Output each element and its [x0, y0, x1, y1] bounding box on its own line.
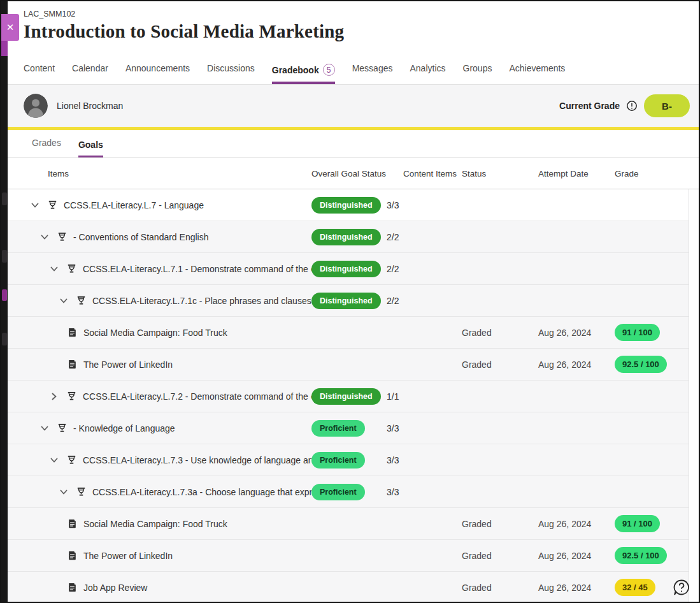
col-header-status: Status: [462, 169, 538, 178]
tab-content[interactable]: Content: [24, 63, 55, 84]
course-id: LAC_SMM102: [8, 1, 700, 18]
expand-chevron-icon[interactable]: [39, 232, 50, 242]
content-item-row[interactable]: Social Media Campaign: Food Truck Graded…: [8, 508, 689, 540]
grade-pill: 92.5 / 100: [615, 356, 667, 373]
tab-gradebook[interactable]: Gradebook 5: [272, 64, 335, 84]
content-item-name: Job App Review: [83, 583, 147, 593]
close-tab-extension: [1, 41, 8, 56]
goal-row[interactable]: CCSS.ELA-Literacy.L.7 - Language Disting…: [8, 189, 689, 221]
content-item-name: Social Media Campaign: Food Truck: [83, 328, 227, 338]
tab-announcements[interactable]: Announcements: [125, 63, 190, 84]
content-item-name: The Power of LinkedIn: [83, 551, 173, 561]
student-name: Lionel Brockman: [57, 101, 123, 111]
subtab-grades[interactable]: Grades: [32, 138, 61, 157]
tab-label: Discussions: [207, 63, 255, 73]
tab-discussions[interactable]: Discussions: [207, 63, 255, 84]
tab-groups[interactable]: Groups: [463, 63, 492, 84]
tab-label: Groups: [463, 63, 492, 73]
tab-label: Content: [24, 63, 55, 73]
attempt-date: Aug 26, 2024: [538, 551, 615, 561]
content-items-count: 3/3: [387, 487, 462, 497]
goal-name: CCSS.ELA-Literacy.L.7.2 - Demonstrate co…: [83, 391, 311, 402]
goal-row[interactable]: CCSS.ELA-Literacy.L.7.2 - Demonstrate co…: [8, 381, 689, 412]
tab-calendar[interactable]: Calendar: [72, 63, 108, 84]
goal-trophy-icon: [57, 231, 68, 242]
info-icon[interactable]: [626, 100, 638, 112]
course-header: LAC_SMM102 Introduction to Social Media …: [8, 1, 700, 85]
document-icon: [67, 550, 78, 561]
goal-trophy-icon: [76, 295, 87, 306]
goal-row[interactable]: CCSS.ELA-Literacy.L.7.3a - Choose langua…: [8, 476, 689, 508]
table-body: CCSS.ELA-Literacy.L.7 - Language Disting…: [8, 189, 689, 603]
content-items-count: 3/3: [387, 200, 462, 210]
goal-name: CCSS.ELA-Literacy.L.7 - Language: [64, 200, 204, 210]
col-header-goal-status: Overall Goal Status: [311, 169, 387, 178]
background-icon: [2, 250, 7, 263]
tab-achievements[interactable]: Achievements: [509, 63, 565, 84]
student-summary-bar: Lionel Brockman Current Grade B-: [8, 85, 700, 127]
goal-status-pill: Distinguished: [311, 261, 381, 277]
content-item-row[interactable]: Social Media Campaign: Food Truck Graded…: [8, 317, 689, 349]
content-item-row[interactable]: Job App Review Graded Aug 26, 2024 32 / …: [8, 572, 689, 603]
avatar: [24, 94, 48, 118]
goal-row[interactable]: CCSS.ELA-Literacy.L.7.1c - Place phrases…: [8, 285, 689, 317]
document-icon: [67, 518, 78, 529]
content-items-count: 2/2: [387, 264, 462, 274]
tab-label: Messages: [352, 63, 393, 73]
goal-trophy-icon: [66, 263, 77, 274]
attempt-date: Aug 26, 2024: [538, 519, 615, 529]
tab-analytics[interactable]: Analytics: [410, 63, 445, 84]
gradebook-count-badge: 5: [323, 64, 335, 76]
goal-name: CCSS.ELA-Literacy.L.7.3a - Choose langua…: [92, 487, 311, 497]
content-items-count: 2/2: [387, 296, 462, 306]
goal-trophy-icon: [66, 454, 77, 465]
close-panel-button[interactable]: ✕: [1, 14, 19, 41]
goal-row[interactable]: CCSS.ELA-Literacy.L.7.3 - Use knowledge …: [8, 444, 689, 476]
expand-chevron-icon[interactable]: [49, 264, 59, 274]
col-header-grade: Grade: [615, 169, 700, 178]
goal-status-pill: Distinguished: [311, 229, 381, 245]
document-icon: [67, 359, 78, 370]
item-status: Graded: [462, 328, 538, 338]
content-items-count: 1/1: [387, 391, 462, 402]
subtab-goals[interactable]: Goals: [78, 140, 103, 157]
goals-table: Items Overall Goal Status Content Items …: [8, 158, 700, 603]
grade-pill: 91 / 100: [615, 324, 660, 341]
goal-status-pill: Proficient: [311, 484, 365, 500]
goal-trophy-icon: [76, 486, 87, 497]
course-title: Introduction to Social Media Marketing: [8, 18, 700, 42]
course-nav: Content Calendar Announcements Discussio…: [8, 63, 565, 84]
tab-label: Gradebook: [272, 65, 319, 75]
goal-trophy-icon: [66, 391, 77, 402]
goal-row[interactable]: - Knowledge of Language Proficient 3/3: [8, 412, 689, 444]
help-button[interactable]: [672, 578, 691, 597]
content-item-row[interactable]: The Power of LinkedIn Graded Aug 26, 202…: [8, 540, 689, 572]
content-item-row[interactable]: The Power of LinkedIn Graded Aug 26, 202…: [8, 349, 689, 381]
expand-chevron-icon[interactable]: [59, 487, 69, 497]
expand-chevron-icon[interactable]: [39, 423, 50, 433]
course-panel: LAC_SMM102 Introduction to Social Media …: [8, 1, 700, 602]
goal-name: - Knowledge of Language: [73, 423, 175, 433]
grade-pill: 92.5 / 100: [615, 547, 667, 564]
goal-trophy-icon: [47, 200, 58, 210]
document-icon: [67, 582, 78, 593]
attempt-date: Aug 26, 2024: [538, 583, 615, 593]
expand-chevron-icon[interactable]: [59, 296, 69, 306]
item-status: Graded: [462, 583, 538, 593]
goal-status-pill: Proficient: [311, 420, 365, 437]
goal-row[interactable]: CCSS.ELA-Literacy.L.7.1 - Demonstrate co…: [8, 253, 689, 285]
expand-chevron-icon[interactable]: [49, 391, 59, 402]
tab-messages[interactable]: Messages: [352, 63, 393, 84]
gradebook-subtabs: Grades Goals: [8, 130, 700, 158]
goal-row[interactable]: - Conventions of Standard English Distin…: [8, 221, 689, 253]
goal-status-pill: Distinguished: [311, 388, 381, 405]
expand-chevron-icon[interactable]: [49, 455, 59, 465]
expand-chevron-icon[interactable]: [30, 200, 40, 210]
grade-pill: 32 / 45: [615, 579, 655, 596]
goal-trophy-icon: [57, 423, 68, 433]
item-status: Graded: [462, 360, 538, 370]
attempt-date: Aug 26, 2024: [538, 328, 615, 338]
tab-label: Calendar: [72, 63, 108, 73]
col-header-items: Items: [24, 169, 311, 178]
attempt-date: Aug 26, 2024: [538, 360, 615, 370]
